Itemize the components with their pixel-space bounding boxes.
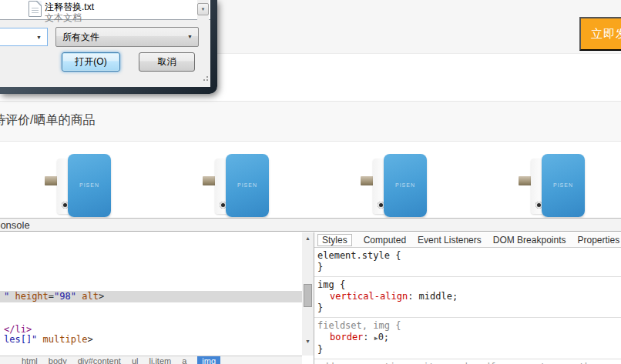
- breadcrumb-item-selected[interactable]: img: [197, 356, 220, 364]
- tab-properties[interactable]: Properties: [577, 235, 619, 245]
- css-selector[interactable]: fieldset, img {: [317, 320, 619, 332]
- open-file-dialog: 注释替换.txt 文本文档 ▼ ▼ 所有文件 ▼ 打开(O) 取消: [0, 0, 217, 94]
- css-selector[interactable]: img {: [317, 279, 619, 291]
- breadcrumb-item[interactable]: div#content: [78, 356, 121, 364]
- breadcrumb-item[interactable]: html: [22, 356, 38, 364]
- product-image[interactable]: PISEN: [361, 152, 431, 220]
- css-rule-fieldset-img[interactable]: fieldset, img { border: ▶0; }: [314, 318, 621, 359]
- styles-sidebar: Styles Computed Event Listeners DOM Brea…: [314, 232, 621, 364]
- dropdown-icon[interactable]: ▼: [187, 28, 193, 46]
- css-rules-list: element.style { } img { vertical-align: …: [314, 248, 621, 364]
- file-list-scrollbar[interactable]: ▼: [197, 0, 209, 20]
- section-title: 待评价/晒单的商品: [0, 112, 95, 129]
- css-property[interactable]: border: ▶0;: [317, 332, 619, 344]
- tab-computed[interactable]: Computed: [364, 235, 406, 245]
- resize-grip[interactable]: [203, 79, 205, 81]
- scrollbar-thumb[interactable]: [304, 284, 312, 307]
- file-list: 注释替换.txt 文本文档 ▼: [0, 0, 210, 20]
- elements-dom-tree: " height="98" alt> </li> les[]" multiple…: [0, 232, 302, 364]
- cancel-button[interactable]: 取消: [139, 52, 195, 72]
- scroll-down-icon[interactable]: ▼: [302, 339, 314, 344]
- open-button[interactable]: 打开(O): [62, 52, 120, 72]
- css-rule-element-style[interactable]: element.style { }: [314, 248, 621, 277]
- css-rule-partial[interactable]: address, caption, cite, code, dfn, em, s…: [314, 359, 621, 364]
- brand-label: PISEN: [226, 182, 269, 188]
- devtools-body: " height="98" alt> </li> les[]" multiple…: [0, 232, 621, 364]
- publish-button[interactable]: 立即发表: [579, 17, 621, 51]
- tab-styles[interactable]: Styles: [317, 234, 352, 246]
- brand-label: PISEN: [68, 182, 111, 188]
- scroll-down-icon[interactable]: ▼: [197, 3, 209, 15]
- dom-node-selected[interactable]: " height="98" alt>: [0, 291, 302, 302]
- product-image[interactable]: PISEN: [519, 152, 589, 220]
- screenshot-root: 立即发表 待评价/晒单的商品 PISEN PISEN PISEN PISEN: [0, 0, 621, 364]
- filetype-value: 所有文件: [62, 32, 99, 42]
- charger-face: PISEN: [68, 154, 111, 217]
- brand-label: PISEN: [384, 182, 427, 188]
- charger-face: PISEN: [542, 154, 585, 217]
- scroll-up-icon[interactable]: ▲: [302, 235, 314, 241]
- charger-face: PISEN: [384, 154, 427, 217]
- styles-tabbar: Styles Computed Event Listeners DOM Brea…: [314, 232, 621, 248]
- brand-label: PISEN: [542, 182, 585, 188]
- text-file-icon: [29, 1, 42, 17]
- file-type: 文本文档: [45, 12, 82, 25]
- product-image[interactable]: PISEN: [45, 152, 116, 220]
- dropdown-icon[interactable]: ▼: [36, 35, 42, 40]
- devtools-panel: Console " height="98" alt> </li> les[]" …: [0, 218, 621, 364]
- css-rule-close: }: [317, 344, 619, 356]
- filetype-combobox[interactable]: 所有文件 ▼: [55, 27, 199, 47]
- breadcrumb-item[interactable]: a: [182, 356, 186, 364]
- css-rule-img[interactable]: img { vertical-align: middle; }: [314, 277, 621, 318]
- devtools-tabbar: Console: [0, 219, 621, 232]
- dom-node-close-li[interactable]: </li>: [4, 324, 32, 335]
- tab-event-listeners[interactable]: Event Listeners: [418, 235, 482, 245]
- tab-console[interactable]: Console: [0, 219, 30, 231]
- breadcrumb-item[interactable]: ul: [132, 356, 139, 364]
- dialog-body: 注释替换.txt 文本文档 ▼ ▼ 所有文件 ▼ 打开(O) 取消: [0, 0, 210, 87]
- product-image[interactable]: PISEN: [203, 152, 274, 220]
- css-selector[interactable]: element.style {: [317, 250, 619, 262]
- filename-combobox[interactable]: ▼: [0, 28, 48, 46]
- dom-node-input[interactable]: les[]" multiple>: [4, 334, 93, 345]
- breadcrumb-item[interactable]: li.item: [149, 356, 171, 364]
- css-rule-close: }: [317, 302, 619, 314]
- charger-face: PISEN: [226, 154, 269, 217]
- dom-breadcrumb-bar: htmlbodydiv#contentulli.itemaimg: [0, 356, 302, 364]
- dom-scrollbar[interactable]: ▲ ▼: [302, 232, 314, 356]
- css-property[interactable]: vertical-align: middle;: [317, 291, 619, 302]
- tab-dom-breakpoints[interactable]: DOM Breakpoints: [493, 235, 566, 245]
- css-rule-close: }: [317, 262, 619, 273]
- breadcrumb-item[interactable]: body: [49, 356, 67, 364]
